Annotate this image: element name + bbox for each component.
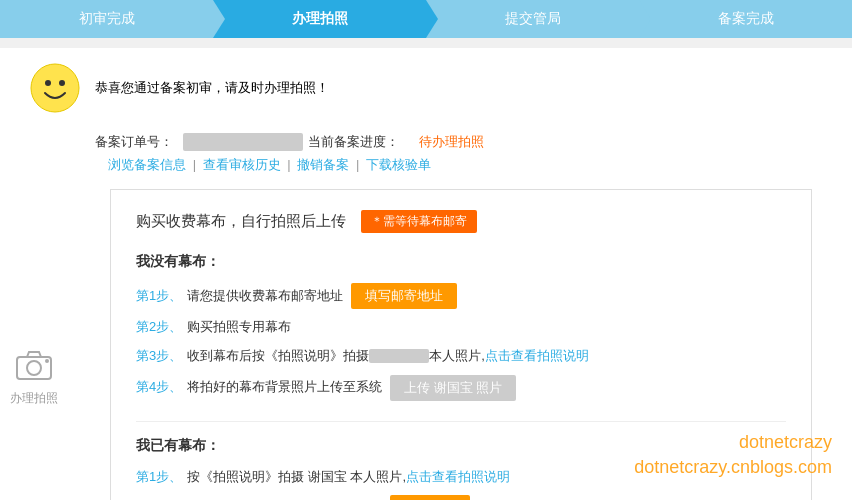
order-number-hidden [183, 133, 303, 151]
svg-point-1 [45, 80, 51, 86]
fill-address-button[interactable]: 填写邮寄地址 [351, 283, 457, 309]
svg-point-2 [59, 80, 65, 86]
header-section: 恭喜您通过备案初审，请及时办理拍照！ [0, 48, 852, 128]
no-cloth-step-1: 第1步、 请您提供收费幕布邮寄地址 填写邮寄地址 [136, 283, 786, 309]
info-row: 备案订单号： 当前备案进度： 待办理拍照 浏览备案信息 | 查看审核历史 | 撤… [0, 128, 852, 184]
svg-point-4 [27, 361, 41, 375]
tag-badge: ＊需等待幕布邮寄 [361, 210, 477, 233]
no-cloth-section: 我没有幕布： 第1步、 请您提供收费幕布邮寄地址 填写邮寄地址 第2步、 购买拍… [136, 253, 786, 401]
info-links: 浏览备案信息 | 查看审核历史 | 撤销备案 | 下载核验单 [105, 156, 434, 174]
have-cloth-step-2: 第2步、 将拍好的幕布背景照片上传至系统 上传照片 [136, 495, 786, 500]
link-cancel[interactable]: 撤销备案 [297, 157, 349, 172]
divider [136, 421, 786, 422]
step-photo: 办理拍照 [213, 0, 426, 38]
purchase-section: 购买收费幕布，自行拍照后上传 ＊需等待幕布邮寄 [136, 210, 786, 233]
link-photo-guide-1[interactable]: 点击查看拍照说明 [485, 346, 589, 367]
svg-point-5 [45, 359, 49, 363]
header-title: 恭喜您通过备案初审，请及时办理拍照！ [95, 79, 329, 97]
left-sidebar: 办理拍照 [10, 345, 58, 407]
step-complete: 备案完成 [639, 0, 852, 38]
no-cloth-step-3: 第3步、 收到幕布后按《拍照说明》拍摄 本人照片, 点击查看拍照说明 [136, 346, 786, 367]
person-name-hidden-1 [369, 349, 429, 363]
purchase-text: 购买收费幕布，自行拍照后上传 [136, 212, 346, 231]
have-cloth-section: 我已有幕布： 第1步、 按《拍照说明》拍摄 谢国宝 本人照片, 点击查看拍照说明… [136, 437, 786, 500]
step-submit: 提交管局 [426, 0, 639, 38]
no-cloth-step-4: 第4步、 将拍好的幕布背景照片上传至系统 上传 谢国宝 照片 [136, 375, 786, 401]
white-box: 购买收费幕布，自行拍照后上传 ＊需等待幕布邮寄 我没有幕布： 第1步、 请您提供… [110, 189, 812, 500]
have-cloth-step-1: 第1步、 按《拍照说明》拍摄 谢国宝 本人照片, 点击查看拍照说明 [136, 467, 786, 488]
main-content: 恭喜您通过备案初审，请及时办理拍照！ 备案订单号： 当前备案进度： 待办理拍照 … [0, 48, 852, 500]
smiley-icon [30, 63, 80, 113]
camera-icon [14, 345, 54, 385]
link-download[interactable]: 下载核验单 [366, 157, 431, 172]
no-cloth-step-2: 第2步、 购买拍照专用幕布 [136, 317, 786, 338]
link-photo-guide-2[interactable]: 点击查看拍照说明 [406, 467, 510, 488]
progress-bar: 初审完成 办理拍照 提交管局 备案完成 [0, 0, 852, 38]
link-review-history[interactable]: 查看审核历史 [203, 157, 281, 172]
have-cloth-title: 我已有幕布： [136, 437, 786, 455]
upload-photo-orange-button[interactable]: 上传照片 [390, 495, 470, 500]
no-cloth-title: 我没有幕布： [136, 253, 786, 271]
box-wrapper: 办理拍照 购买收费幕布，自行拍照后上传 ＊需等待幕布邮寄 我没有幕布： 第1步、… [90, 189, 832, 500]
step-initial-review: 初审完成 [0, 0, 213, 38]
status-text: 待办理拍照 [419, 133, 484, 151]
link-browse-info[interactable]: 浏览备案信息 [108, 157, 186, 172]
upload-photo-gray-button[interactable]: 上传 谢国宝 照片 [390, 375, 516, 401]
svg-point-0 [31, 64, 79, 112]
sidebar-label: 办理拍照 [10, 390, 58, 407]
